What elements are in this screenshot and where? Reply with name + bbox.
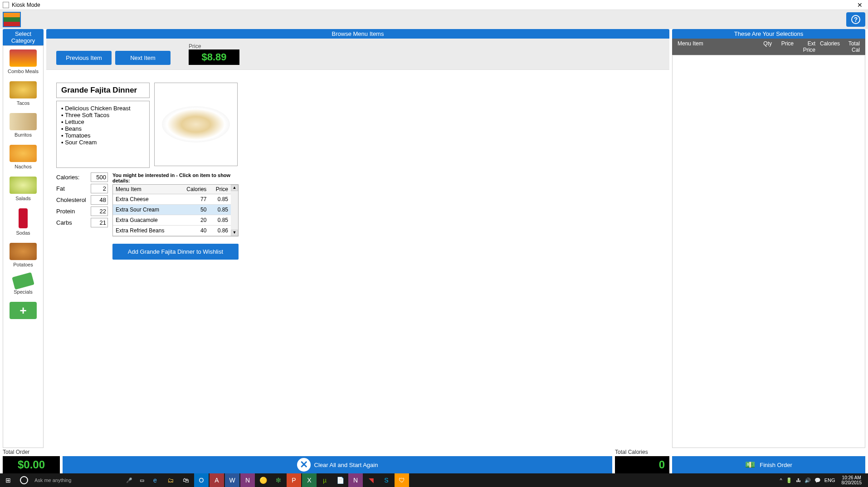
cortana-icon[interactable] [16, 473, 32, 487]
addon-row[interactable]: Extra Sour Cream500.85 [113, 205, 231, 215]
cholesterol-label: Cholesterol [56, 197, 86, 203]
word-icon[interactable]: W [225, 473, 239, 487]
addon-calories: 20 [179, 215, 210, 226]
clear-icon: ✕ [297, 458, 311, 472]
category-item[interactable]: Salads [3, 173, 43, 205]
category-item[interactable]: Potatoes [3, 239, 43, 271]
protein-value[interactable] [91, 207, 108, 216]
category-item[interactable]: + [3, 298, 43, 325]
carbs-label: Carbs [56, 219, 72, 226]
calories-value[interactable] [91, 172, 108, 182]
ingredient-item: Lettuce [61, 118, 145, 125]
utorrent-icon[interactable]: µ [317, 473, 332, 487]
app-icon [3, 2, 9, 8]
addon-row[interactable]: Extra Refried Beans400.86 [113, 226, 231, 236]
store-icon[interactable]: 🛍 [179, 473, 193, 487]
fat-value[interactable] [91, 184, 108, 193]
next-item-button[interactable]: Next Item [115, 51, 171, 65]
addon-calories: 77 [179, 194, 210, 205]
cholesterol-value[interactable] [91, 195, 108, 205]
outlook-icon[interactable]: O [194, 473, 209, 487]
category-label: Tacos [4, 100, 42, 106]
sel-col-price: Price [774, 40, 795, 53]
category-item[interactable]: Specials [3, 271, 43, 298]
shield-icon[interactable]: 🛡 [395, 473, 409, 487]
addon-row[interactable]: Extra Cheese770.85 [113, 194, 231, 205]
total-order-label: Total Order [3, 448, 60, 456]
category-thumb: + [10, 302, 37, 319]
addon-row[interactable]: Extra Guacamole200.85 [113, 215, 231, 226]
totals-bar: Total Order $0.00 ✕ Clear All and Start … [0, 448, 868, 473]
category-thumb [10, 81, 37, 98]
category-item[interactable]: Burritos [3, 109, 43, 141]
sel-col-qty: Qty [756, 40, 774, 53]
addon-price: 0.85 [209, 205, 231, 215]
powerpoint-icon[interactable]: P [287, 473, 301, 487]
addon-name: Extra Guacamole [113, 215, 179, 226]
addons-scrollbar[interactable]: ▲ ▼ [231, 185, 238, 236]
category-sidebar: Select Category Combo MealsTacosBurritos… [3, 29, 44, 448]
excel-icon[interactable]: X [302, 473, 317, 487]
mic-icon[interactable]: 🎤 [122, 473, 136, 487]
taskbar-search[interactable]: Ask me anything [32, 477, 122, 483]
app-bar: ? [0, 10, 868, 29]
category-item[interactable]: Sodas [3, 205, 43, 239]
taskbar-apps: e 🗂 🛍 O A W N 🟡 ❇ P X µ 📄 N ◥ S 🛡 [148, 473, 409, 487]
addon-calories: 40 [179, 226, 210, 236]
brand-logo[interactable] [3, 12, 21, 27]
window-title: Kiosk Mode [12, 2, 40, 8]
help-button[interactable]: ? [846, 12, 865, 27]
clear-all-button[interactable]: ✕ Clear All and Start Again [63, 456, 612, 473]
edge-icon[interactable]: e [148, 473, 162, 487]
category-label: Specials [4, 289, 42, 295]
category-item[interactable]: Combo Meals [3, 46, 43, 78]
notifications-icon[interactable]: 💬 [814, 477, 821, 483]
addons-table: Menu Item Calories Price Extra Cheese770… [113, 185, 231, 236]
addon-price: 0.85 [209, 215, 231, 226]
category-label: Salads [4, 196, 42, 201]
start-button[interactable]: ⊞ [0, 473, 16, 487]
sel-col-ext: Ext Price [795, 40, 817, 53]
category-list[interactable]: Combo MealsTacosBurritosNachosSaladsSoda… [3, 45, 44, 448]
category-thumb [10, 113, 37, 130]
skype-icon[interactable]: S [379, 473, 394, 487]
finish-order-button[interactable]: 💵 Finish Order [672, 456, 865, 473]
chrome-icon[interactable]: 🟡 [256, 473, 270, 487]
add-to-wishlist-button[interactable]: Add Grande Fajita Dinner to Wishlist [112, 244, 239, 260]
onenote-icon[interactable]: N [240, 473, 255, 487]
carbs-value[interactable] [91, 218, 108, 227]
file-explorer-icon[interactable]: 🗂 [163, 473, 178, 487]
taskbar-clock[interactable]: 10:26 AM 8/20/2015 [839, 475, 865, 485]
app-red-icon[interactable]: ◥ [364, 473, 378, 487]
close-icon[interactable]: ✕ [854, 1, 865, 9]
category-label: Potatoes [4, 262, 42, 267]
network-icon[interactable]: 🖧 [796, 477, 801, 483]
addon-price: 0.85 [209, 194, 231, 205]
ingredient-item: Tomatoes [61, 132, 145, 139]
addon-price: 0.86 [209, 226, 231, 236]
windows-taskbar: ⊞ Ask me anything 🎤 ▭ e 🗂 🛍 O A W N 🟡 ❇ … [0, 473, 868, 487]
task-view-icon[interactable]: ▭ [136, 473, 148, 487]
category-item[interactable]: Nachos [3, 141, 43, 173]
sel-col-cal: Calories [817, 40, 842, 53]
pdf-icon[interactable]: 📄 [333, 473, 347, 487]
item-ingredients: Delicious Chicken BreastThree Soft Tacos… [56, 101, 150, 168]
category-item[interactable]: Tacos [3, 78, 43, 109]
fat-label: Fat [56, 185, 65, 192]
access-icon[interactable]: A [210, 473, 224, 487]
tray-chevron-icon[interactable]: ^ [780, 477, 782, 483]
addons-panel: You might be interested in - Click on it… [112, 172, 239, 260]
previous-item-button[interactable]: Previous Item [56, 51, 112, 65]
scroll-up-icon[interactable]: ▲ [231, 185, 238, 191]
clock-time: 10:26 AM [842, 475, 862, 480]
battery-icon[interactable]: 🔋 [786, 477, 792, 483]
sel-col-tot: Total Cal [842, 40, 862, 53]
category-label: Sodas [4, 230, 42, 236]
onenote2-icon[interactable]: N [348, 473, 363, 487]
selections-header: These Are Your Selections [672, 29, 865, 39]
scroll-down-icon[interactable]: ▼ [231, 230, 238, 236]
language-indicator[interactable]: ENG [824, 477, 835, 483]
volume-icon[interactable]: 🔊 [805, 477, 811, 483]
app-green-icon[interactable]: ❇ [271, 473, 286, 487]
category-thumb [10, 49, 37, 67]
